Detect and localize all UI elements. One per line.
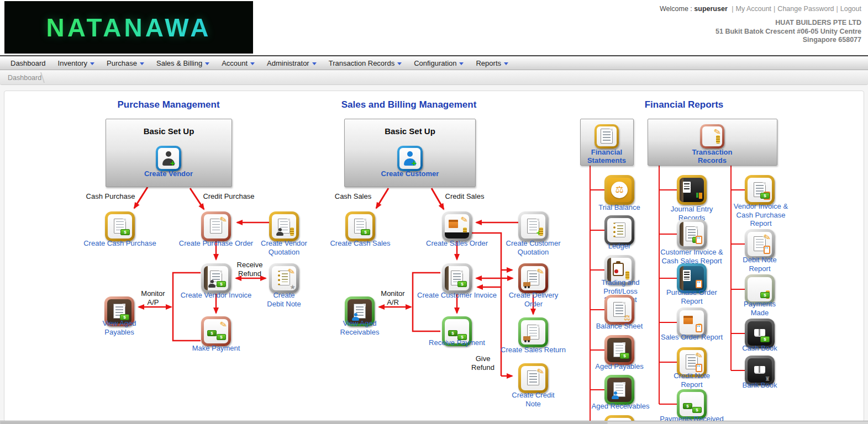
nav-item-inventory[interactable]: Inventory: [52, 56, 101, 70]
sales-order-report-label[interactable]: Sales Order Report: [650, 333, 733, 342]
vendor-invoice-cash-purchase-report-label[interactable]: Vendor Invoice & Cash Purchase Report: [732, 202, 790, 228]
aged-payables-icon[interactable]: [604, 335, 634, 365]
transaction-records-icon[interactable]: [700, 124, 724, 149]
nav-item-account[interactable]: Account: [215, 56, 261, 70]
create-sales-order-label[interactable]: Create Sales Order: [418, 239, 496, 248]
scrollbar-thumb[interactable]: [0, 422, 608, 424]
payments-received-label[interactable]: Payments Received: [650, 415, 733, 421]
trial-balance-icon[interactable]: [604, 175, 634, 205]
make-payment-icon[interactable]: [201, 316, 231, 346]
nav-item-reports[interactable]: Reports: [470, 56, 514, 70]
my-account-link[interactable]: My Account: [735, 5, 771, 13]
customer-invoice-cash-sales-report-icon[interactable]: [677, 219, 707, 249]
debit-note-report-label[interactable]: Debit Note Report: [737, 256, 782, 273]
main-nav: Dashboard Inventory Purchase Sales & Bil…: [0, 55, 868, 70]
create-customer-label[interactable]: Create Customer: [369, 169, 451, 178]
balance-sheet-label[interactable]: Balance Sheet: [589, 322, 650, 331]
create-vendor-label[interactable]: Create Vendor: [130, 169, 207, 178]
create-sales-order-icon[interactable]: [442, 211, 472, 241]
create-delivery-order-icon[interactable]: [518, 263, 548, 293]
make-payment-label[interactable]: Make Payment: [186, 344, 246, 353]
view-aged-receivables-label[interactable]: View Aged Receivables: [334, 319, 385, 336]
create-customer-quotation-label[interactable]: Create Customer Quotation: [500, 239, 566, 256]
customer-invoice-cash-sales-report-label[interactable]: Customer Invoice & Cash Sales Report: [653, 248, 730, 265]
receive-payment-label[interactable]: Receive Payment: [421, 338, 493, 347]
create-delivery-order-label[interactable]: Create Delivery Order: [504, 291, 562, 308]
create-vendor-invoice-icon[interactable]: [201, 263, 231, 293]
create-debit-note-label[interactable]: Create Debit Note: [264, 291, 304, 308]
money2-glyph: [448, 330, 457, 336]
pencil-glyph: [219, 320, 228, 329]
nav-item-transaction-records[interactable]: Transaction Records: [323, 56, 408, 70]
give-refund-edge-label: Give Refund: [467, 354, 498, 372]
chevron-down-icon: [90, 62, 94, 65]
create-credit-note-icon[interactable]: [518, 363, 548, 393]
ledger-icon[interactable]: [604, 215, 634, 245]
cash-sales-edge-label: Cash Sales: [328, 192, 378, 201]
star-glyph: [290, 284, 296, 290]
create-cash-sales-icon[interactable]: [345, 211, 375, 241]
partial-flow-icon[interactable]: [604, 415, 634, 421]
debit-note-report-icon[interactable]: [745, 229, 775, 259]
create-sales-return-label[interactable]: Create Sales Return: [495, 346, 572, 354]
chevron-down-icon: [140, 62, 144, 65]
create-vendor-quotation-label[interactable]: Create Vendor Quotation: [258, 239, 310, 256]
chevron-down-icon: [250, 62, 255, 65]
create-purchase-order-label[interactable]: Create Purchase Order: [175, 239, 257, 248]
nav-item-administrator[interactable]: Administrator: [261, 56, 323, 70]
create-customer-icon[interactable]: [397, 146, 423, 171]
credit-purchase-edge-label: Credit Purchase: [198, 192, 259, 201]
money-glyph: [120, 229, 130, 235]
create-debit-note-icon[interactable]: [269, 263, 299, 293]
create-credit-note-label[interactable]: Create Credit Note: [511, 391, 555, 408]
aged-receivables-label[interactable]: Aged Receivables: [585, 402, 656, 411]
create-cash-purchase-label[interactable]: Create Cash Purchase: [78, 239, 161, 248]
cube-glyph: [683, 316, 693, 324]
pencil-glyph: [219, 215, 228, 224]
payments-made-label[interactable]: Payments Made: [737, 300, 783, 317]
create-cash-purchase-icon[interactable]: [105, 211, 135, 241]
vendor-invoice-cash-purchase-report-icon[interactable]: [745, 175, 775, 205]
money-glyph: [361, 229, 370, 235]
pencil-glyph: [536, 267, 545, 276]
create-vendor-icon[interactable]: [156, 146, 181, 171]
monitor-ar-edge-label: Monitor A/R: [376, 289, 409, 306]
aged-payables-label[interactable]: Aged Payables: [589, 362, 650, 371]
aged-receivables-icon[interactable]: [604, 375, 634, 405]
create-vendor-quotation-icon[interactable]: [269, 211, 299, 241]
ledger-label[interactable]: Ledger: [597, 242, 641, 251]
financial-statements-label[interactable]: Financial Statements: [582, 148, 632, 165]
chevron-down-icon: [312, 62, 317, 65]
balance-sheet-icon[interactable]: [604, 295, 634, 325]
create-customer-quotation-icon[interactable]: [518, 211, 548, 241]
change-password-link[interactable]: Change Password: [777, 5, 834, 13]
bank-book-label[interactable]: Bank Book: [735, 381, 785, 390]
company-name: HUAT BUILDERS PTE LTD: [716, 19, 861, 28]
logout-link[interactable]: Logout: [840, 5, 861, 13]
nav-item-configuration[interactable]: Configuration: [408, 56, 470, 70]
create-cash-sales-label[interactable]: Create Cash Sales: [322, 239, 399, 248]
separator: |: [834, 5, 840, 13]
cash-book-label[interactable]: Cash Book: [735, 344, 785, 353]
view-aged-payables-label[interactable]: View Aged Payables: [98, 319, 141, 336]
create-vendor-invoice-label[interactable]: Create Vendor Invoice: [172, 291, 260, 300]
financial-statements-icon[interactable]: [595, 124, 619, 149]
pencil-glyph: [713, 127, 722, 136]
purchase-order-report-label[interactable]: Purchase Order Report: [661, 288, 723, 305]
create-customer-invoice-label[interactable]: Create Customer Invoice: [407, 291, 507, 300]
create-purchase-order-icon[interactable]: [201, 211, 231, 241]
create-customer-invoice-icon[interactable]: [442, 263, 472, 293]
money-glyph: [620, 353, 629, 359]
transaction-records-label[interactable]: Transaction Records: [685, 148, 740, 165]
breadcrumb: Dashboard: [0, 71, 868, 85]
pad-glyph: [696, 280, 702, 288]
create-sales-return-icon[interactable]: [518, 317, 548, 347]
credit-note-report-label[interactable]: Credit Note Report: [672, 372, 712, 389]
nav-item-dashboard[interactable]: Dashboard: [4, 56, 52, 70]
journal-entry-records-icon[interactable]: [677, 175, 707, 205]
money-glyph: [217, 281, 226, 287]
trial-balance-label[interactable]: Trial Balance: [589, 203, 650, 212]
horizontal-scrollbar[interactable]: [0, 421, 868, 424]
nav-item-purchase[interactable]: Purchase: [101, 56, 150, 70]
nav-item-sales-billing[interactable]: Sales & Billing: [150, 56, 215, 70]
